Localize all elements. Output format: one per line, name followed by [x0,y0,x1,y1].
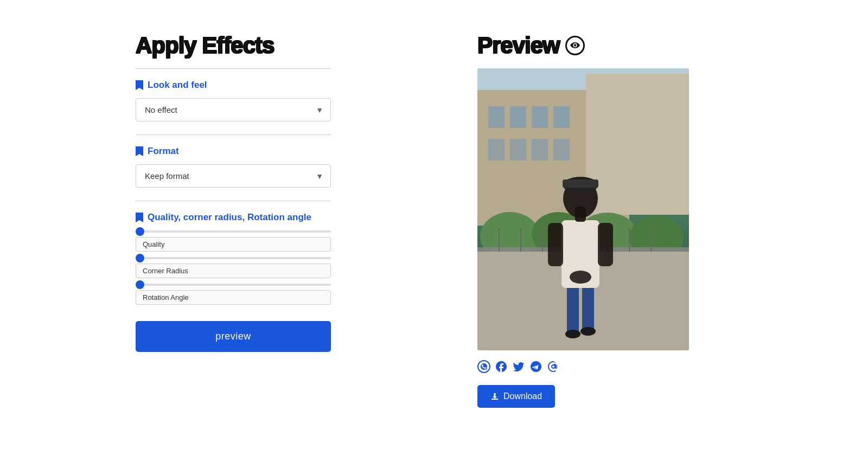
look-and-feel-section-label: Look and feel [136,80,331,91]
corner-radius-slider-row: Corner Radius [136,257,331,278]
format-divider [136,201,331,201]
svg-rect-7 [488,139,505,161]
format-dropdown-wrapper: Keep format JPEG PNG WEBP GIF ▼ [136,164,331,188]
svg-rect-10 [553,139,570,161]
quality-slider-row: Quality [136,230,331,252]
download-icon [490,392,499,401]
svg-point-27 [565,330,580,338]
preview-title-text: Preview [477,33,560,59]
bookmark-icon-quality [136,213,143,222]
svg-rect-25 [567,285,579,334]
look-and-feel-label: Look and feel [148,80,207,91]
rotation-angle-slider-row: Rotation Angle [136,284,331,305]
format-dropdown[interactable]: Keep format JPEG PNG WEBP GIF [136,164,331,188]
svg-rect-2 [586,74,689,215]
quality-label: Quality, corner radius, Rotation angle [148,212,311,223]
twitter-icon[interactable] [512,360,525,376]
rotation-angle-slider[interactable] [136,284,331,286]
download-button-label: Download [503,392,542,401]
preview-button[interactable]: preview [136,321,331,352]
preview-image-placeholder [477,68,689,350]
corner-radius-slider-wrapper [136,257,331,259]
quality-section-label: Quality, corner radius, Rotation angle [136,212,331,223]
page-title: Apply Effects [136,33,331,59]
title-divider [136,68,331,69]
facebook-icon[interactable] [495,360,508,376]
svg-rect-31 [598,223,613,266]
look-feel-divider [136,134,331,135]
look-and-feel-dropdown-wrapper: No effect Grayscale Sepia Blur Brightnes… [136,98,331,121]
svg-rect-9 [532,139,548,161]
quality-slider-label: Quality [136,237,331,252]
look-and-feel-dropdown[interactable]: No effect Grayscale Sepia Blur Brightnes… [136,98,331,121]
rotation-angle-slider-label: Rotation Angle [136,290,331,305]
quality-slider-wrapper [136,230,331,233]
preview-image-container [477,68,689,350]
svg-rect-3 [488,106,505,128]
svg-rect-30 [548,223,563,266]
social-icons-row [477,360,857,376]
svg-rect-36 [563,179,598,188]
svg-rect-26 [582,285,594,334]
svg-rect-5 [532,106,548,128]
svg-rect-8 [510,139,526,161]
telegram-icon[interactable] [529,360,542,376]
bookmark-icon-look [136,80,143,90]
corner-radius-slider[interactable] [136,257,331,259]
rotation-angle-slider-wrapper [136,284,331,286]
quality-slider[interactable] [136,230,331,233]
eye-icon [565,36,585,55]
whatsapp-icon[interactable] [477,360,490,376]
svg-rect-6 [553,106,570,128]
download-button[interactable]: Download [477,385,555,408]
svg-point-32 [570,271,591,284]
right-panel: Preview [467,0,868,449]
bookmark-icon-format [136,146,143,156]
format-section-label: Format [136,146,331,157]
sliders-container: Quality Corner Radius Rotation Angle [136,230,331,305]
corner-radius-slider-label: Corner Radius [136,264,331,278]
svg-point-28 [580,327,596,336]
preview-title-container: Preview [477,33,857,59]
svg-rect-4 [510,106,526,128]
email-icon[interactable] [547,360,560,376]
left-panel: Apply Effects Look and feel No effect Gr… [0,0,467,449]
format-label: Format [148,146,179,157]
